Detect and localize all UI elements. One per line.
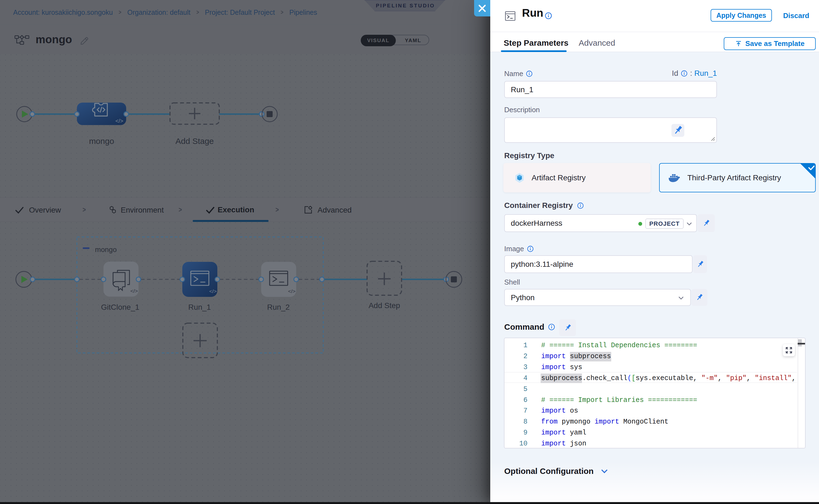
svg-text:mongo: mongo [95, 245, 117, 254]
svg-text:mongo: mongo [89, 137, 114, 146]
svg-text:Run_1: Run_1 [188, 303, 211, 311]
svg-text:Add Stage: Add Stage [175, 137, 214, 146]
svg-text:Add Step: Add Step [368, 301, 400, 310]
svg-text:</>: </> [130, 288, 138, 294]
svg-text:</>: </> [288, 288, 295, 294]
svg-text:GitClone_1: GitClone_1 [101, 303, 139, 311]
svg-text:</>: </> [209, 288, 216, 294]
svg-text:Run_2: Run_2 [267, 303, 290, 311]
svg-text:</>: </> [115, 118, 123, 124]
